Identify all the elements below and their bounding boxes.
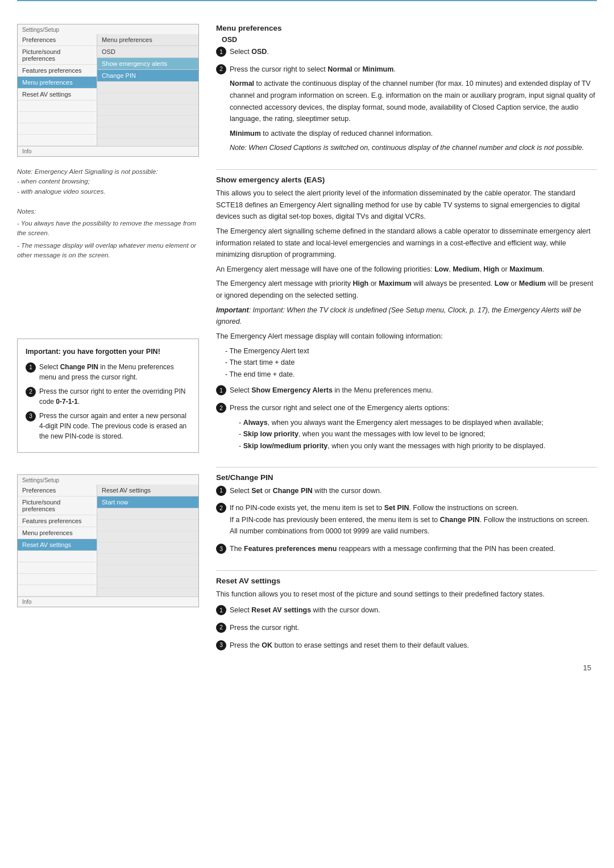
- eas-step-1-text: Select Show Emergency Alerts in the Menu…: [230, 385, 597, 397]
- eas-para-4: The Emergency alert message with priorit…: [216, 278, 597, 301]
- left-column: Settings/Setup Preferences Picture/sound…: [17, 24, 199, 666]
- menu2-empty-3: [18, 574, 97, 585]
- menu-item-picture-sound[interactable]: Picture/sound preferences: [18, 46, 97, 65]
- settings-box-1: Settings/Setup Preferences Picture/sound…: [17, 24, 199, 157]
- pin-step-1: 1 Select Set or Change PIN with the curs…: [216, 485, 597, 500]
- menu-empty-2: [18, 112, 97, 123]
- pin-step-1-text: Select Set or Change PIN with the cursor…: [230, 485, 597, 497]
- reset-step-3-num: 3: [216, 640, 226, 650]
- menu2-item-menu-prefs[interactable]: Menu preferences: [18, 527, 97, 539]
- eas-display-intro: The Emergency Alert message display will…: [216, 331, 597, 343]
- sub2-empty-4: [97, 542, 198, 554]
- sub-osd[interactable]: OSD: [97, 46, 198, 58]
- eas-step-2-num: 2: [216, 403, 226, 413]
- settings-box-1-right-menu: Menu preferences OSD Show emergency aler…: [97, 34, 198, 146]
- menu-item-menu-prefs[interactable]: Menu preferences: [18, 77, 97, 89]
- menu-empty-1: [18, 101, 97, 112]
- eas-important: Important: Important: When the TV clock …: [216, 304, 597, 328]
- menu-empty-4: [18, 135, 97, 146]
- divider-3: [216, 570, 597, 571]
- step-1-text: Select Change PIN in the Menu preference…: [39, 362, 190, 382]
- eas-list-item-1: The start time + date: [225, 357, 597, 369]
- sub-change-pin[interactable]: Change PIN: [97, 70, 198, 82]
- reset-av-title: Reset AV settings: [216, 577, 597, 585]
- settings-box-2-right-menu: Reset AV settings Start now: [97, 485, 198, 596]
- sub-show-emergency[interactable]: Show emergency alerts: [97, 58, 198, 70]
- reset-step-3-text: Press the OK button to erase settings an…: [230, 640, 597, 652]
- sub2-empty-6: [97, 565, 198, 577]
- settings-box-1-title: Settings/Setup: [18, 24, 198, 34]
- note-1-line-0: - when content browsing;: [17, 177, 199, 186]
- sub2-empty-5: [97, 554, 198, 565]
- page: Settings/Setup Preferences Picture/sound…: [0, 1, 614, 689]
- pin-step-2: 2 If no PIN-code exists yet, the menu it…: [216, 502, 597, 540]
- eas-step-1: 1 Select Show Emergency Alerts in the Me…: [216, 385, 597, 399]
- step-1-num: 1: [26, 362, 36, 373]
- menu-item-reset-av[interactable]: Reset AV settings: [18, 89, 97, 101]
- menu-empty-3: [18, 123, 97, 135]
- pin-step-3-num: 3: [216, 544, 226, 554]
- osd-step-2-text: Press the cursor right to select Normal …: [230, 64, 597, 157]
- sub2-start-now[interactable]: Start now: [97, 496, 198, 508]
- sub2-empty-2: [97, 520, 198, 531]
- eas-sub-options: Always, when you always want the Emergen…: [239, 417, 597, 452]
- settings-box-2-menu: Preferences Picture/sound preferences Fe…: [18, 485, 198, 596]
- important-step-2: 2 Press the cursor right to enter the ov…: [26, 386, 190, 407]
- eas-sub-skip-low: Skip low priority, when you want the mes…: [239, 428, 597, 440]
- divider-2: [216, 467, 597, 468]
- menu2-item-picture-sound[interactable]: Picture/sound preferences: [18, 496, 97, 515]
- section-set-change-pin: Set/Change PIN 1 Select Set or Change PI…: [216, 473, 597, 558]
- eas-para-3: An Emergency alert message will have one…: [216, 264, 597, 276]
- step-2-text: Press the cursor right to enter the over…: [39, 386, 190, 407]
- eas-step-2: 2 Press the cursor right and select one …: [216, 402, 597, 454]
- eas-step-1-num: 1: [216, 385, 226, 395]
- osd-step-2: 2 Press the cursor right to select Norma…: [216, 64, 597, 157]
- menu2-item-features[interactable]: Features preferences: [18, 515, 97, 527]
- menu-item-features[interactable]: Features preferences: [18, 65, 97, 77]
- reset-step-1-text: Select Reset AV settings with the cursor…: [230, 604, 597, 616]
- menu2-empty-1: [18, 551, 97, 562]
- sub2-empty-7: [97, 577, 198, 588]
- osd-note: Note: When Closed Captions is switched o…: [230, 142, 597, 154]
- menu-item-preferences[interactable]: Preferences: [18, 34, 97, 46]
- reset-step-2: 2 Press the cursor right.: [216, 622, 597, 637]
- divider-1: [216, 169, 597, 170]
- important-box: Important: you have forgotten your PIN! …: [17, 339, 199, 453]
- pin-step-1-num: 1: [216, 486, 226, 496]
- sub2-reset-header: Reset AV settings: [97, 485, 198, 496]
- menu2-item-preferences[interactable]: Preferences: [18, 485, 97, 496]
- settings-box-1-menu: Preferences Picture/sound preferences Fe…: [18, 34, 198, 146]
- pin-step-2-text: If no PIN-code exists yet, the menu item…: [230, 502, 597, 537]
- pin-step-2-num: 2: [216, 503, 226, 513]
- eas-list-item-2: The end time + date.: [225, 369, 597, 381]
- sub-empty-2: [97, 93, 198, 105]
- note-1-line-1: - with analogue video sources.: [17, 187, 199, 197]
- pin-step-3-text: The Features preferences menu reappears …: [230, 543, 597, 555]
- eas-sub-skip-low-med: Skip low/medium priority, when you only …: [239, 440, 597, 452]
- note-1-title: Note: Emergency Alert Signalling is not …: [17, 167, 199, 177]
- settings-box-1-left-menu: Preferences Picture/sound preferences Fe…: [18, 34, 97, 146]
- osd-step-2-num: 2: [216, 64, 226, 74]
- osd-normal-text: to activate the continuous display of th…: [230, 80, 595, 123]
- note-box-2: Notes: - You always have the possibility…: [17, 207, 199, 260]
- osd-subtitle: OSD: [222, 36, 597, 44]
- right-column: Menu preferences OSD 1 Select OSD. 2 Pre…: [216, 24, 597, 666]
- osd-minimum-text: to activate the display of reduced chann…: [263, 130, 433, 137]
- section-menu-preferences: Menu preferences OSD 1 Select OSD. 2 Pre…: [216, 24, 597, 157]
- step-3-num: 3: [26, 411, 36, 422]
- important-step-3: 3 Press the cursor again and enter a new…: [26, 411, 190, 441]
- settings-box-2-left-menu: Preferences Picture/sound preferences Fe…: [18, 485, 97, 596]
- important-title: Important: you have forgotten your PIN!: [26, 346, 190, 357]
- reset-step-3: 3 Press the OK button to erase settings …: [216, 640, 597, 654]
- left-spacer-2: [17, 463, 199, 474]
- reset-step-2-num: 2: [216, 623, 226, 633]
- step-2-num: 2: [26, 387, 36, 397]
- eas-display-list: The Emergency Alert text The start time …: [225, 345, 597, 381]
- note-2-line-1: - The message display will overlap whate…: [17, 241, 199, 261]
- eas-title: Show emergency alerts (EAS): [216, 176, 597, 184]
- sub2-empty-1: [97, 508, 198, 520]
- osd-step-1: 1 Select OSD.: [216, 46, 597, 61]
- menu2-empty-2: [18, 562, 97, 574]
- menu2-item-reset-av[interactable]: Reset AV settings: [18, 539, 97, 551]
- pin-step-3: 3 The Features preferences menu reappear…: [216, 543, 597, 558]
